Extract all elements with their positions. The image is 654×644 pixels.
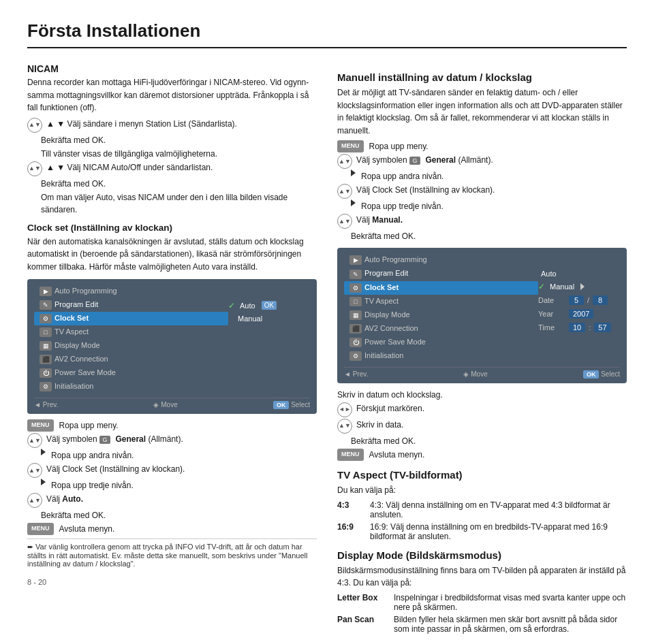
tv-aspect-heading: TV Aspect (TV-bildformat) (337, 469, 627, 481)
r-menu-item-progedit: ✎Program Edit (344, 267, 538, 280)
manual-label: Manual (238, 315, 262, 323)
r-menu-item-tvaspect[interactable]: □TV Aspect (344, 295, 538, 308)
right-step-6: ▲▼ Välj Manual. (337, 214, 627, 229)
r-power-icon: ⏻ (349, 338, 362, 347)
after-menu-2: ◄► Förskjut markören. (337, 402, 627, 417)
tv-aspect-val-169: 16:9: Välj denna inställning om en bredb… (370, 522, 627, 541)
instr-text-6: Om man väljer Auto, visas NICAM under de… (41, 191, 317, 216)
after-menu-3: ▲▼ Skriv in data. (337, 419, 627, 434)
arrow-right-icon (580, 283, 585, 290)
updown-icon-2: ▲▼ (27, 433, 42, 448)
step-menu-text-8: Avsluta menyn. (59, 523, 115, 535)
tv-aspect-169: 16:9 16:9: Välj denna inställning om en … (337, 522, 627, 541)
menu-item-initialisation[interactable]: ⚙Initialisation (34, 380, 228, 393)
display-mode-intro: Bildskärmsmodusinställning finns bara om… (337, 564, 627, 590)
menu-footer-right: ◄ Prev. ◈ Move OK Select (344, 367, 620, 378)
r-av2-icon: ⬛ (349, 324, 362, 334)
r-menu-item-displaymode[interactable]: ▦Display Mode (344, 308, 538, 322)
date-val2: 8 (593, 295, 608, 305)
instr-text-3: Till vänster visas de tillgängliga valmö… (41, 148, 217, 160)
time-sep: : (589, 323, 591, 332)
r-tv-icon: □ (349, 297, 362, 306)
menu-item-displaymode[interactable]: ▦Display Mode (34, 339, 228, 353)
footer-move: ◈ Move (153, 401, 177, 408)
auto-label: Auto (240, 302, 255, 310)
manuell-heading: Manuell inställning av datum / klockslag (337, 71, 627, 83)
menu-item-tvaspect[interactable]: □TV Aspect (34, 325, 228, 339)
tv-aspect-intro: Du kan välja på: (337, 484, 627, 497)
menu-item-clockset[interactable]: ⊙Clock Set (34, 312, 228, 325)
instr-row-1: ▲▼ ▲ ▼ Välj sändare i menyn Station List… (27, 118, 317, 133)
init-icon: ⚙ (40, 382, 52, 391)
general-icon-r: G (409, 157, 420, 165)
after-menu-4: Bekräfta med OK. (337, 435, 627, 447)
date-val1: 5 (569, 295, 584, 305)
r-display-icon: ▦ (349, 310, 362, 320)
right-step-1: MENU Ropa upp meny. (337, 140, 627, 152)
step-menu-3: Ropa upp andra nivån. (27, 449, 317, 462)
instr-text-1: ▲ ▼ Välj sändare i menyn Station List (S… (46, 118, 237, 130)
menu-items-right: ▶Auto Programming ✎Program Edit ⊙Clock S… (344, 253, 538, 363)
check-auto: ✓ (228, 301, 235, 310)
r-check-manual: ✓ (538, 282, 545, 291)
time-label: Time (538, 323, 565, 332)
display-mode-table: Letter Box Inspelningar i bredbildsforma… (337, 593, 627, 634)
display-mode-letterbox: Letter Box Inspelningar i bredbildsforma… (337, 593, 627, 612)
date-sep1: / (587, 296, 589, 304)
tv-aspect-val-43: 4:3: Välj denna inställning om en TV-app… (370, 500, 627, 519)
menu-item-powersave[interactable]: ⏻Power Save Mode (34, 366, 228, 380)
footer-prev: ◄ Prev. (34, 401, 58, 408)
page-title: Första Installationen (27, 20, 627, 48)
r-menu-item-powersave[interactable]: ⏻Power Save Mode (344, 336, 538, 349)
tv-aspect-key-43: 4:3 (337, 500, 364, 519)
menu-item-av2[interactable]: ⬛AV2 Connection (34, 353, 228, 366)
r-ok-label: OK (583, 370, 600, 379)
menu-badge-r2: MENU (337, 449, 364, 461)
right-step-5: Ropa upp tredje nivån. (337, 200, 627, 212)
display-mode-panscan: Pan Scan Bilden fyller hela skärmen men … (337, 615, 627, 634)
step-menu-text-4: Välj Clock Set (Inställning av klockan). (46, 463, 185, 475)
r-menu-item-clockset[interactable]: ⊙Clock Set (344, 281, 538, 295)
left-column: NICAM Denna recorder kan mottaga HiFi-lj… (27, 63, 317, 637)
updown-icon-6: ▲▼ (27, 493, 42, 508)
time-val2: 57 (594, 323, 610, 332)
r-footer-move: ◈ Move (463, 370, 487, 378)
r-prog-edit-icon: ✎ (349, 270, 362, 279)
display-mode-val-ps: Bilden fyller hela skärmen men skär bort… (394, 615, 627, 634)
prog-edit-icon: ✎ (40, 300, 52, 310)
year-label: Year (538, 310, 565, 318)
updown-icon-after3: ▲▼ (337, 419, 352, 434)
general-icon: G (99, 436, 110, 444)
r-footer-prev: ◄ Prev. (344, 370, 368, 378)
step-menu-6: ▲▼ Välj Auto. (27, 493, 317, 508)
right-step-2: ▲▼ Välj symbolen G General (Allmänt). (337, 154, 627, 169)
menu-footer-left: ◄ Prev. ◈ Move OK Select (34, 398, 310, 408)
ok-label: OK (273, 401, 290, 409)
menu-values-left: ✓ Auto OK Manual (228, 285, 310, 394)
r-menu-val-manual: ✓ Manual (538, 280, 620, 293)
time-val1: 10 (569, 323, 585, 332)
r-menu-item-init[interactable]: ⚙Initialisation (344, 349, 538, 363)
step-menu-text-7: Bekräfta med OK. (41, 509, 106, 521)
r-menu-item-av2[interactable]: ⬛AV2 Connection (344, 322, 538, 336)
right-step-7: Bekräfta med OK. (337, 230, 627, 242)
after-menu-text-3: Skriv in data. (356, 419, 403, 431)
after-menu-text-5: Avsluta menyn. (369, 449, 425, 461)
r-footer-ok-select: OK Select (583, 370, 620, 378)
menu-screen-left: ▶Auto Programming ✎Program Edit ⊙Clock S… (27, 279, 317, 415)
right-step-text-6: Välj Manual. (356, 214, 403, 226)
power-icon: ⏻ (40, 368, 52, 378)
display-mode-key-ps: Pan Scan (337, 615, 388, 634)
display-mode-heading: Display Mode (Bildskärmsmodus) (337, 549, 627, 561)
clock-para: När den automatiska kanalsökningen är av… (27, 236, 317, 274)
manuell-para: Det är möjligt att TV-sändaren sänder en… (337, 86, 627, 137)
tv-icon: □ (40, 327, 52, 337)
clock-heading: Clock set (Inställning av klockan) (27, 223, 317, 233)
right-step-text-1: Ropa upp meny. (369, 140, 429, 152)
date-label: Date (538, 296, 565, 304)
triangle-icon-2 (41, 479, 46, 485)
auto-prog-icon: ▶ (40, 287, 52, 296)
tv-aspect-key-169: 16:9 (337, 522, 364, 541)
menu-badge-1: MENU (27, 419, 54, 432)
year-val: 2007 (569, 309, 593, 319)
